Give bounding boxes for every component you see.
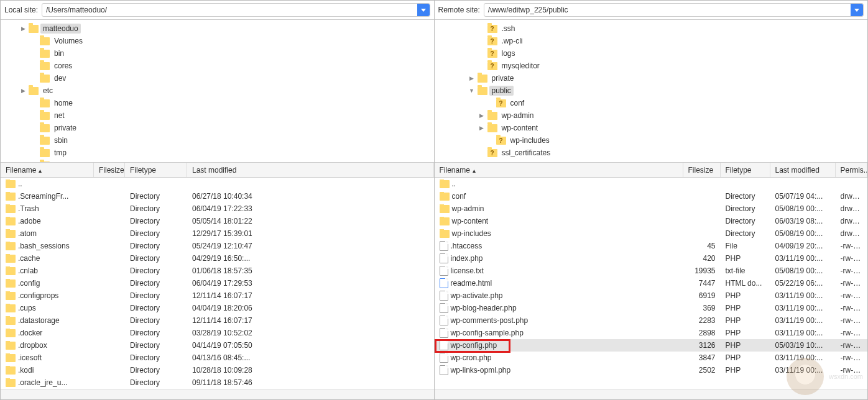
cell-filename: .bash_sessions	[1, 242, 94, 250]
expand-icon[interactable]	[478, 112, 486, 119]
file-row[interactable]: .adobeDirectory05/05/14 18:01:22	[1, 215, 434, 227]
file-icon	[440, 340, 448, 350]
cell-filetype: PHP	[721, 291, 770, 300]
file-row[interactable]: ..	[1, 178, 434, 190]
file-row[interactable]: wp-comments-post.php2283PHP03/11/19 00:.…	[435, 314, 868, 327]
tree-item[interactable]: .wp-cli	[435, 35, 868, 47]
file-icon	[440, 365, 448, 375]
local-hscroll[interactable]	[1, 389, 434, 399]
tree-item[interactable]: logs	[435, 47, 868, 60]
tree-item[interactable]: ssl_certificates	[435, 147, 868, 159]
file-row[interactable]: ..	[435, 178, 868, 190]
file-row[interactable]: wp-config-sample.php2898PHP03/11/19 00:.…	[435, 327, 868, 339]
cell-filename: .cnlab	[1, 266, 94, 275]
cell-lastmod: 06/27/18 10:40:34	[187, 192, 434, 201]
dropdown-icon[interactable]	[851, 4, 863, 16]
file-row[interactable]: .cnlabDirectory01/06/18 18:57:35	[1, 265, 434, 277]
remote-site-label: Remote site:	[438, 6, 480, 14]
file-row[interactable]: .datastorageDirectory12/11/14 16:07:17	[1, 314, 434, 327]
tree-item[interactable]: bin	[1, 47, 434, 60]
file-row[interactable]: license.txt19935txt-file05/08/19 00:...-…	[435, 265, 868, 277]
col-filetype[interactable]: Filetype	[721, 163, 770, 177]
cell-filetype: Directory	[125, 192, 187, 201]
tree-item[interactable]: wp-includes	[435, 134, 868, 147]
tree-item[interactable]: wp-content	[435, 122, 868, 134]
tree-item[interactable]: Volumes	[1, 35, 434, 47]
file-row[interactable]: .cupsDirectory04/04/19 18:20:06	[1, 302, 434, 314]
tree-item-label: home	[52, 98, 75, 108]
tree-item[interactable]: conf	[435, 97, 868, 109]
tree-item[interactable]: etc	[1, 84, 434, 97]
cell-filename: wp-admin	[435, 204, 683, 213]
expand-icon[interactable]	[19, 87, 27, 94]
col-filename[interactable]: Filename	[1, 163, 94, 177]
file-row[interactable]: .dropboxDirectory04/14/19 07:05:50	[1, 339, 434, 352]
collapse-icon[interactable]	[468, 87, 476, 94]
cell-permissions: -rw-r-...	[836, 304, 868, 312]
file-row[interactable]: .cacheDirectory04/29/19 16:50:...	[1, 252, 434, 265]
file-row[interactable]: wp-adminDirectory05/08/19 00:...drwxr-..…	[435, 202, 868, 215]
col-filetype[interactable]: Filetype	[125, 163, 187, 177]
file-row[interactable]: wp-config.php3126PHP05/03/19 10:...-rw-r…	[435, 339, 868, 352]
folder-icon	[40, 99, 50, 107]
col-lastmod[interactable]: Last modified	[770, 163, 836, 177]
file-row[interactable]: .dockerDirectory03/28/19 10:52:02	[1, 327, 434, 339]
file-icon	[440, 291, 448, 301]
file-row[interactable]: wp-includesDirectory05/08/19 00:...drwxr…	[435, 227, 868, 240]
tree-item-label: ssl_certificates	[499, 148, 553, 158]
file-row[interactable]: .htaccess45File04/09/19 20:...-rw-r-...	[435, 240, 868, 252]
col-filesize[interactable]: Filesize	[94, 163, 125, 177]
tree-item[interactable]: private	[435, 72, 868, 84]
tree-item[interactable]: sbin	[1, 134, 434, 147]
col-lastmod[interactable]: Last modified	[187, 163, 434, 177]
folder-icon	[487, 149, 497, 157]
expand-icon[interactable]	[478, 124, 486, 132]
file-row[interactable]: readme.html7447HTML do...05/22/19 06:...…	[435, 277, 868, 289]
col-filesize[interactable]: Filesize	[683, 163, 721, 177]
file-row[interactable]: wp-activate.php6919PHP03/11/19 00:...-rw…	[435, 289, 868, 302]
tree-item[interactable]: tmp	[1, 147, 434, 159]
dropdown-icon[interactable]	[417, 4, 430, 16]
tree-item[interactable]: private	[1, 122, 434, 134]
tree-item[interactable]: mysqleditor	[435, 60, 868, 72]
file-row[interactable]: .configDirectory06/04/19 17:29:53	[1, 277, 434, 289]
tree-item[interactable]: .ssh	[435, 22, 868, 35]
tree-item[interactable]: net	[1, 109, 434, 122]
local-headers[interactable]: Filename Filesize Filetype Last modified	[1, 163, 434, 178]
remote-headers[interactable]: Filename Filesize Filetype Last modified…	[435, 163, 868, 178]
file-row[interactable]: .oracle_jre_u...Directory09/11/18 18:57:…	[1, 376, 434, 389]
file-row[interactable]: index.php420PHP03/11/19 00:...-rw-r-...	[435, 252, 868, 265]
expand-icon[interactable]	[468, 75, 476, 82]
remote-path-select[interactable]: /www/editwp_225/public	[484, 3, 864, 17]
cell-lastmod: 01/06/18 18:57:35	[187, 266, 434, 275]
local-file-list[interactable]: ...ScreamingFr...Directory06/27/18 10:40…	[1, 178, 434, 389]
folder-icon	[40, 75, 50, 83]
folder-icon	[40, 161, 50, 163]
cell-filetype: Directory	[721, 192, 770, 201]
file-row[interactable]: .atomDirectory12/29/17 15:39:01	[1, 227, 434, 240]
file-row[interactable]: wp-blog-header.php369PHP03/11/19 00:...-…	[435, 302, 868, 314]
tree-item[interactable]: usr	[1, 159, 434, 163]
tree-item[interactable]: matteoduo	[1, 22, 434, 35]
file-row[interactable]: .icesoftDirectory04/13/16 08:45:...	[1, 352, 434, 364]
file-row[interactable]: .TrashDirectory06/04/19 17:22:33	[1, 202, 434, 215]
tree-item[interactable]: cores	[1, 60, 434, 72]
file-row[interactable]: confDirectory05/07/19 04:...drwxr-...	[435, 190, 868, 202]
file-row[interactable]: .bash_sessionsDirectory05/24/19 12:10:47	[1, 240, 434, 252]
tree-item[interactable]: dev	[1, 72, 434, 84]
cell-lastmod: 05/05/14 18:01:22	[187, 217, 434, 225]
tree-item[interactable]: wp-admin	[435, 109, 868, 122]
local-path-select[interactable]: /Users/matteoduo/	[42, 3, 430, 17]
file-row[interactable]: wp-contentDirectory06/03/19 08:...drwxr-…	[435, 215, 868, 227]
col-filename[interactable]: Filename	[435, 163, 683, 177]
remote-tree[interactable]: .ssh.wp-clilogsmysqleditorprivatepublicc…	[435, 20, 868, 163]
file-row[interactable]: .configpropsDirectory12/11/14 16:07:17	[1, 289, 434, 302]
local-tree[interactable]: matteoduoVolumesbincoresdevetchomenetpri…	[1, 20, 434, 163]
expand-icon[interactable]	[19, 25, 27, 32]
tree-item[interactable]: home	[1, 97, 434, 109]
tree-item[interactable]: public	[435, 84, 868, 97]
file-row[interactable]: .ScreamingFr...Directory06/27/18 10:40:3…	[1, 190, 434, 202]
file-row[interactable]: .kodiDirectory10/28/18 10:09:28	[1, 364, 434, 376]
cell-lastmod: 03/11/19 00:...	[770, 291, 836, 300]
col-permissions[interactable]: Permis...	[836, 163, 868, 177]
